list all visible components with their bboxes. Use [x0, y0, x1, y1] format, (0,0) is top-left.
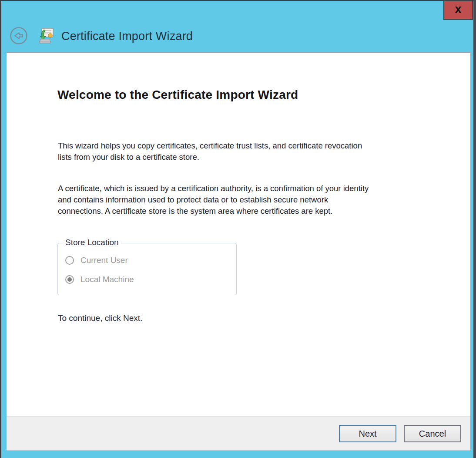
intro-paragraph: This wizard helps you copy certificates,…: [58, 140, 458, 163]
window-edge-right: [473, 0, 476, 458]
description-paragraph: A certificate, which is issued by a cert…: [58, 183, 458, 217]
continue-hint: To continue, click Next.: [58, 313, 142, 323]
back-arrow-icon: [10, 27, 28, 45]
window-title: Certificate Import Wizard: [61, 30, 193, 43]
certificate-import-wizard-window: { "window": { "title": "Certificate Impo…: [0, 0, 476, 458]
button-bar: Next Cancel: [7, 416, 470, 451]
radio-local-machine[interactable]: Local Machine: [65, 275, 134, 284]
page-heading: Welcome to the Certificate Import Wizard: [57, 88, 298, 102]
back-button[interactable]: [10, 27, 28, 45]
wizard-page-body: Welcome to the Certificate Import Wizard…: [7, 52, 470, 416]
title-bar: Certificate Import Wizard: [1, 1, 473, 52]
store-location-label: Store Location: [63, 238, 121, 247]
radio-button-selected-icon[interactable]: [65, 275, 74, 284]
radio-label: Current User: [80, 256, 128, 265]
close-button[interactable]: x: [443, 0, 473, 20]
radio-label: Local Machine: [80, 275, 134, 284]
next-button[interactable]: Next: [339, 425, 396, 442]
radio-current-user[interactable]: Current User: [65, 256, 128, 265]
cancel-button[interactable]: Cancel: [404, 425, 461, 442]
radio-button-icon[interactable]: [65, 256, 74, 265]
store-location-groupbox: Store Location Current User Local Machin…: [57, 243, 237, 295]
window-edge-left: [0, 0, 1, 458]
window-edge-top: [0, 0, 476, 1]
close-icon: x: [455, 3, 461, 15]
certificate-import-icon: [37, 27, 54, 44]
wizard-window-frame: x Certificate Import Wizard Welcome to t: [1, 1, 473, 458]
